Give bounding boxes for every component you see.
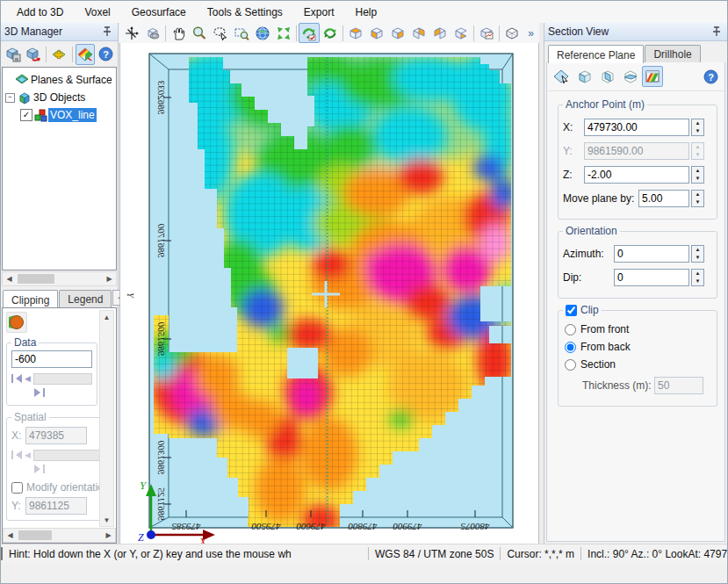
lasso-select-button[interactable] bbox=[210, 23, 231, 43]
tree-item-planes-surfaces[interactable]: Planes & Surface bbox=[3, 71, 116, 89]
anchor-y-input[interactable] bbox=[584, 142, 689, 160]
scroll-track[interactable] bbox=[17, 530, 102, 541]
toolbar-overflow-chevron[interactable]: » bbox=[523, 27, 539, 40]
data-clip-slider[interactable]: ◀ bbox=[11, 371, 92, 400]
collapse-expander-icon[interactable]: − bbox=[5, 93, 15, 103]
tree-item-vox-line[interactable]: ✓ VOX_line bbox=[3, 106, 116, 124]
3d-viewport[interactable]: 9862033 9861700 9861500 9861300 9861125 … bbox=[119, 43, 539, 544]
scroll-right-icon[interactable]: ▶ bbox=[103, 273, 116, 285]
section-radio[interactable] bbox=[565, 359, 576, 371]
plot-section-button[interactable] bbox=[476, 23, 497, 43]
clipping-horizontal-scrollbar[interactable]: ◀ ▶ bbox=[3, 528, 116, 543]
fit-extents-button[interactable] bbox=[273, 23, 294, 43]
azimuth-input[interactable] bbox=[614, 245, 689, 263]
anchor-z-input[interactable] bbox=[584, 166, 689, 184]
view-back-button[interactable] bbox=[408, 23, 429, 43]
menu-geosurface[interactable]: Geosurface bbox=[121, 3, 197, 22]
anchor-z-spinner[interactable]: ▲▼ bbox=[691, 166, 704, 184]
box-plane-button[interactable] bbox=[573, 66, 595, 87]
view-front-button[interactable] bbox=[366, 23, 387, 43]
anchor-x-spinner[interactable]: ▲▼ bbox=[691, 119, 704, 136]
dip-input[interactable] bbox=[614, 269, 689, 286]
clip-section-option[interactable]: Section bbox=[565, 358, 710, 371]
section-tool-icon bbox=[77, 47, 94, 62]
export-3d-view-button[interactable] bbox=[24, 44, 44, 65]
view-top-button[interactable] bbox=[345, 23, 366, 43]
wireframe-button[interactable] bbox=[501, 23, 523, 43]
scroll-up-icon[interactable]: ▲ bbox=[100, 311, 113, 323]
tab-clipping[interactable]: Clipping bbox=[3, 290, 58, 308]
thickness-input[interactable] bbox=[654, 377, 703, 394]
orientation-label: Orientation bbox=[563, 225, 620, 237]
display-section-button[interactable] bbox=[642, 66, 663, 87]
view-bottom-button[interactable] bbox=[450, 23, 472, 43]
tree-horizontal-scrollbar[interactable]: ◀ ▶ bbox=[2, 271, 117, 286]
scroll-down-icon[interactable]: ▼ bbox=[100, 514, 113, 526]
pan-button[interactable] bbox=[168, 23, 189, 43]
move-plane-input[interactable] bbox=[638, 190, 689, 207]
vertical-plane-button[interactable] bbox=[596, 66, 617, 87]
manager-help-button[interactable]: ? bbox=[96, 44, 116, 65]
z-axis-dot-icon bbox=[147, 530, 155, 539]
scroll-track[interactable] bbox=[16, 273, 103, 285]
section-label: Section bbox=[580, 358, 616, 371]
spatial-y-input[interactable] bbox=[25, 497, 87, 515]
scroll-right-icon[interactable]: ▶ bbox=[102, 530, 115, 541]
tab-drillhole[interactable]: Drillhole bbox=[645, 45, 700, 62]
section-help-button[interactable]: ? bbox=[700, 66, 721, 87]
linked-views-button[interactable] bbox=[142, 23, 163, 43]
tree-item-3d-objects[interactable]: − 3D Objects bbox=[3, 89, 116, 106]
section-view-tool-button[interactable] bbox=[76, 44, 96, 65]
scroll-thumb[interactable] bbox=[18, 530, 52, 540]
zoom-full-extent-button[interactable] bbox=[252, 23, 273, 43]
save-3d-view-button[interactable] bbox=[3, 44, 23, 65]
from-front-radio[interactable] bbox=[565, 324, 576, 335]
clip-from-front-option[interactable]: From front bbox=[565, 323, 710, 335]
scroll-left-icon[interactable]: ◀ bbox=[3, 273, 16, 285]
spatial-x-input[interactable] bbox=[25, 427, 87, 444]
toolbar-separator bbox=[165, 25, 166, 41]
orientation-axes-icon bbox=[124, 25, 140, 41]
tab-legend[interactable]: Legend bbox=[59, 290, 112, 307]
add-plane-button[interactable] bbox=[49, 44, 69, 65]
tab-reference-plane[interactable]: Reference Plane bbox=[548, 45, 644, 63]
move-plane-spinner[interactable]: ▲▼ bbox=[691, 190, 704, 207]
orientation-axes-button[interactable] bbox=[121, 23, 142, 43]
menu-help[interactable]: Help bbox=[345, 3, 388, 22]
menu-tools-settings[interactable]: Tools & Settings bbox=[197, 3, 293, 22]
visibility-checkbox[interactable]: ✓ bbox=[20, 109, 32, 121]
modify-orientation-checkbox[interactable] bbox=[11, 482, 23, 494]
svg-text:Y: Y bbox=[126, 292, 135, 299]
menu-voxel[interactable]: Voxel bbox=[74, 3, 120, 22]
horizontal-plane-button[interactable] bbox=[619, 66, 640, 87]
azimuth-spinner[interactable]: ▲▼ bbox=[691, 245, 704, 263]
redraw-button[interactable] bbox=[320, 23, 341, 43]
clip-from-back-option[interactable]: From back bbox=[565, 341, 710, 353]
clip-sphere-icon bbox=[9, 314, 25, 330]
x-axis-label: X bbox=[198, 535, 207, 544]
view-cube-left-icon bbox=[432, 25, 448, 41]
anchor-x-input[interactable] bbox=[584, 119, 689, 136]
select-plane-button[interactable] bbox=[551, 66, 572, 87]
clip-sphere-button[interactable] bbox=[6, 312, 27, 333]
data-clip-value-input[interactable] bbox=[11, 350, 92, 368]
view-cube-right-icon bbox=[390, 25, 406, 41]
auto-redraw-button[interactable] bbox=[299, 23, 320, 43]
view-right-button[interactable] bbox=[387, 23, 408, 43]
menu-export[interactable]: Export bbox=[293, 3, 345, 22]
dip-spinner[interactable]: ▲▼ bbox=[691, 269, 704, 286]
zoom-window-button[interactable] bbox=[231, 23, 252, 43]
menu-add-to-3d[interactable]: Add to 3D bbox=[6, 3, 74, 22]
clip-label: Clip bbox=[580, 304, 599, 316]
clip-checkbox[interactable] bbox=[566, 305, 577, 316]
view-left-button[interactable] bbox=[429, 23, 450, 43]
pin-button[interactable] bbox=[710, 25, 724, 39]
scroll-left-icon[interactable]: ◀ bbox=[4, 530, 17, 541]
3d-manager-tree: Planes & Surface − 3D Objects ✓ VOX_li bbox=[2, 67, 117, 270]
from-back-radio[interactable] bbox=[565, 342, 576, 353]
zoom-button[interactable] bbox=[189, 23, 210, 43]
scroll-thumb[interactable] bbox=[18, 274, 54, 284]
status-camera-text: Incl.: 90° Az.: 0° LookAt: 479730,986159… bbox=[587, 548, 727, 560]
pin-button[interactable] bbox=[100, 25, 114, 39]
clipping-vertical-scrollbar[interactable]: ▲ ▼ bbox=[99, 310, 114, 527]
